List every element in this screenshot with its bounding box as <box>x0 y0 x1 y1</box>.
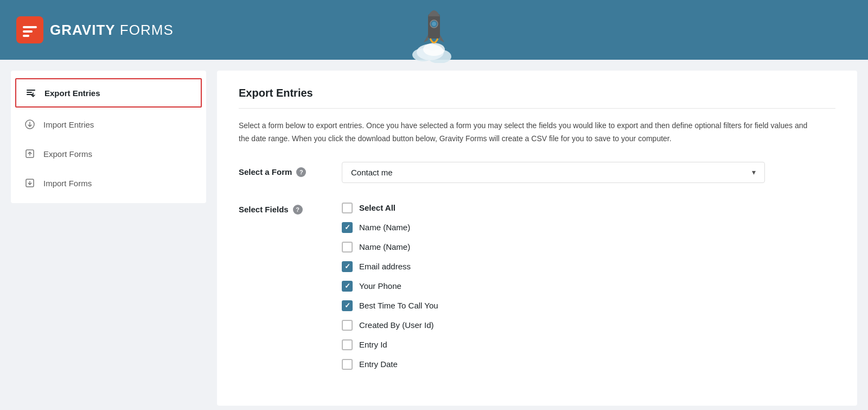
checkbox-1[interactable] <box>342 222 353 233</box>
sidebar-label-import-entries: Import Entries <box>43 120 94 129</box>
checkbox-label-8: Entry Date <box>359 359 398 369</box>
content-description: Select a form below to export entries. O… <box>239 119 808 146</box>
checkbox-label-2: Name (Name) <box>359 242 410 251</box>
checkbox-label-7: Entry Id <box>359 340 387 349</box>
export-entries-icon <box>25 87 37 99</box>
checkbox-row[interactable]: Name (Name) <box>342 238 835 256</box>
logo-area: GRAVITY FORMS <box>16 16 174 43</box>
sidebar-label-export-entries: Export Entries <box>44 89 100 98</box>
export-forms-icon <box>24 148 36 160</box>
chevron-down-icon: ▾ <box>752 168 756 176</box>
checkbox-row[interactable]: Best Time To Call You <box>342 297 835 314</box>
checkbox-3[interactable] <box>342 261 353 272</box>
checkbox-row[interactable]: Entry Id <box>342 336 835 354</box>
checkbox-6[interactable] <box>342 320 353 331</box>
checkbox-row[interactable]: Entry Date <box>342 356 835 373</box>
sidebar-label-export-forms: Export Forms <box>43 149 92 159</box>
checkbox-4[interactable] <box>342 281 353 292</box>
header: GRAVITY FORMS <box>0 0 868 60</box>
logo-icon <box>16 16 43 43</box>
checkbox-label-3: Email address <box>359 262 411 271</box>
checkbox-label-5: Best Time To Call You <box>359 301 438 310</box>
checkbox-label-0: Select All <box>359 203 395 212</box>
checkbox-row[interactable]: Email address <box>342 258 835 275</box>
svg-point-9 <box>432 22 436 26</box>
content-title: Export Entries <box>239 87 835 109</box>
select-form-row: Select a Form ? Contact me ▾ <box>239 162 835 183</box>
content-area: Export Entries Select a form below to ex… <box>217 71 857 406</box>
select-fields-help-icon[interactable]: ? <box>293 205 303 215</box>
select-form-help-icon[interactable]: ? <box>296 167 306 177</box>
checkbox-5[interactable] <box>342 300 353 311</box>
sidebar-label-import-forms: Import Forms <box>43 179 92 188</box>
svg-point-6 <box>423 43 445 56</box>
checkbox-2[interactable] <box>342 242 353 253</box>
select-fields-label: Select Fields ? <box>239 199 326 215</box>
form-select-dropdown[interactable]: Contact me ▾ <box>342 162 765 183</box>
form-select-wrapper: Contact me ▾ <box>342 162 765 183</box>
svg-rect-12 <box>27 94 33 95</box>
checkbox-row[interactable]: Created By (User Id) <box>342 317 835 334</box>
sidebar: Export Entries Import Entries Export For… <box>11 71 206 203</box>
select-form-value: Contact me <box>351 168 393 177</box>
sidebar-item-import-forms[interactable]: Import Forms <box>11 168 206 198</box>
svg-rect-10 <box>27 90 35 91</box>
main-layout: Export Entries Import Entries Export For… <box>0 60 868 410</box>
svg-rect-0 <box>23 26 37 28</box>
svg-rect-11 <box>27 92 32 93</box>
checkbox-label-4: Your Phone <box>359 281 401 291</box>
sidebar-item-export-entries[interactable]: Export Entries <box>15 78 202 108</box>
select-form-label: Select a Form ? <box>239 162 326 177</box>
rocket-illustration <box>407 3 461 65</box>
import-forms-icon <box>24 177 36 189</box>
checkbox-0[interactable] <box>342 203 353 213</box>
fields-list: Select AllName (Name)Name (Name)Email ad… <box>342 199 835 373</box>
checkbox-8[interactable] <box>342 359 353 370</box>
logo-text: GRAVITY FORMS <box>50 22 174 39</box>
checkbox-7[interactable] <box>342 339 353 350</box>
checkbox-label-6: Created By (User Id) <box>359 320 434 330</box>
select-fields-row: Select Fields ? Select AllName (Name)Nam… <box>239 199 835 373</box>
checkbox-label-1: Name (Name) <box>359 223 410 232</box>
svg-rect-2 <box>23 35 29 37</box>
sidebar-item-import-entries[interactable]: Import Entries <box>11 110 206 139</box>
import-entries-icon <box>24 118 36 130</box>
checkbox-row[interactable]: Your Phone <box>342 277 835 295</box>
svg-rect-1 <box>23 30 33 33</box>
checkbox-row[interactable]: Name (Name) <box>342 219 835 236</box>
checkbox-row[interactable]: Select All <box>342 199 835 217</box>
sidebar-item-export-forms[interactable]: Export Forms <box>11 139 206 168</box>
